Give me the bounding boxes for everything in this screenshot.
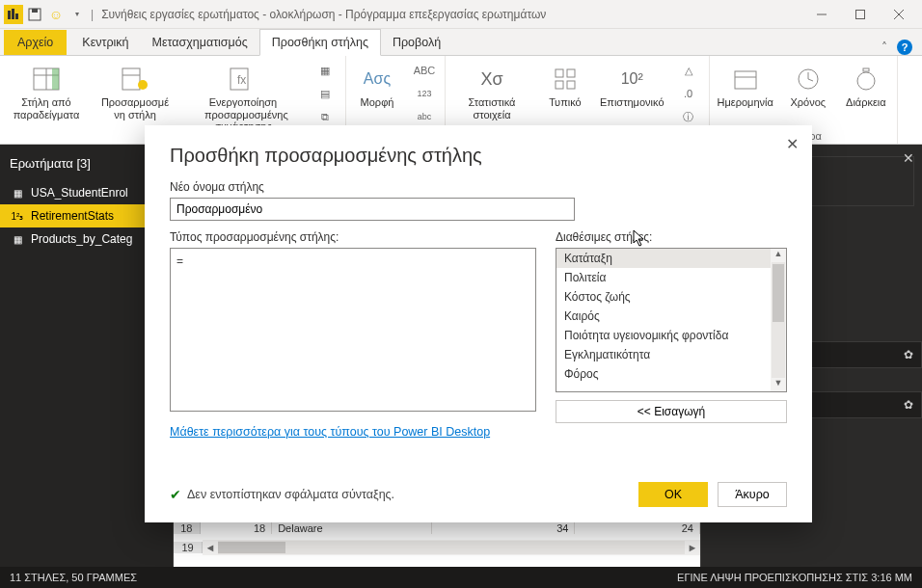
syntax-status: ✔ Δεν εντοπίστηκαν σφάλματα σύνταξης. [170,487,394,502]
list-item[interactable]: Πολιτεία [556,268,786,287]
queries-header: Ερωτήματα [3] [10,156,91,171]
table-icon: ▦ [10,233,25,245]
extract-icon[interactable]: 123 [414,83,435,104]
close-pane-icon[interactable]: ✕ [903,150,914,166]
svg-rect-6 [856,10,865,18]
custom-column-dialog: ✕ Προσθήκη προσαρμοσμένης στήλης Νέο όνο… [145,125,812,522]
scroll-track[interactable] [218,541,685,554]
numeric-icon: 1²₃ [10,210,25,222]
ok-button[interactable]: OK [638,482,708,507]
close-button[interactable] [880,1,918,28]
tab-view[interactable]: Προβολή [381,30,452,55]
quick-access-toolbar: ☺ ▾ | [27,7,94,22]
scroll-right-icon[interactable]: ► [685,542,700,553]
svg-rect-20 [556,81,563,89]
statusbar: 11 ΣΤΗΛΕΣ, 50 ΓΡΑΜΜΕΣ ΕΓΙΝΕ ΛΗΨΗ ΠΡΟΕΠΙΣ… [0,567,922,588]
list-item[interactable]: Κόστος ζωής [556,287,786,307]
calc-icon [550,64,581,94]
custom-column-icon [120,64,150,94]
available-columns-list[interactable]: Κατάταξη Πολιτεία Κόστος ζωής Καιρός Ποι… [556,248,787,392]
tab-home[interactable]: Κεντρική [70,30,140,55]
new-column-name-input[interactable] [170,198,575,221]
tab-file[interactable]: Αρχείο [4,30,67,55]
list-item[interactable]: Καιρός [556,307,786,326]
svg-line-26 [808,79,813,81]
scroll-left-icon[interactable]: ◄ [203,542,218,553]
custom-column-button[interactable]: Προσαρμοσμέ νη στήλη [96,60,174,120]
calendar-icon [730,64,761,94]
date-button[interactable]: Ημερομηνία [718,60,773,109]
sigma-icon: Xσ [476,64,507,94]
svg-text:fx: fx [237,73,246,87]
statistics-button[interactable]: Xσ Στατιστικά στοιχεία [453,60,530,120]
ribbon-tabs: Αρχείο Κεντρική Μετασχηματισμός Προσθήκη… [0,29,922,56]
standard-button[interactable]: Τυπικό [542,60,588,109]
trig-icon[interactable]: △ [678,60,699,81]
scroll-thumb[interactable] [218,542,285,553]
gear-icon[interactable]: ✿ [904,398,913,412]
qat-dropdown-icon[interactable]: ▾ [69,7,85,22]
new-column-name-label: Νέο όνομα στήλης [170,180,787,194]
svg-rect-1 [12,9,14,19]
minimize-button[interactable] [802,1,841,28]
save-icon[interactable] [27,7,42,22]
list-item[interactable]: Εγκληματικότητα [556,345,786,364]
clock-icon [793,64,824,94]
svg-rect-0 [8,11,11,19]
conditional-column-icon[interactable]: ▦ [314,60,336,81]
format-icon: Aσς [362,64,393,94]
maximize-button[interactable] [841,1,880,28]
svg-rect-22 [735,71,756,89]
svg-point-27 [857,72,875,90]
svg-rect-18 [556,69,563,77]
svg-rect-4 [32,9,38,13]
cancel-button[interactable]: Άκυρο [718,482,787,507]
learn-more-link[interactable]: Μάθετε περισσότερα για τους τύπους του P… [170,425,536,439]
available-columns-label: Διαθέσιμες στήλες: [556,230,787,244]
collapse-ribbon-icon[interactable]: ˄ [881,40,887,54]
format-button[interactable]: Aσς Μορφή [354,60,400,109]
table-strip: 18 18 Delaware 34 24 19 ◄ ► [174,519,700,567]
tab-transform[interactable]: Μετασχηματισμός [141,30,259,55]
status-right: ΕΓΙΝΕ ΛΗΨΗ ΠΡΟΕΠΙΣΚΟΠΗΣΗΣ ΣΤΙΣ 3:16 ΜΜ [677,572,912,583]
table-icon: ▦ [10,187,25,199]
stopwatch-icon [851,64,881,94]
merge-columns-icon[interactable]: ABC [414,60,435,81]
column-from-examples-button[interactable]: Στήλη από παραδείγματα [8,60,85,120]
table-row[interactable]: 19 ◄ ► [174,538,700,557]
scientific-button[interactable]: 10² Επιστημονικό [600,60,664,109]
invoke-custom-function-button[interactable]: fx Ενεργοποίηση προσαρμοσμένης συνάρτηση… [185,60,301,133]
horizontal-scrollbar[interactable]: ◄ ► [203,540,700,555]
status-left: 11 ΣΤΗΛΕΣ, 50 ΓΡΑΜΜΕΣ [10,572,137,583]
info-icon[interactable]: ⓘ [678,106,699,127]
tab-add-column[interactable]: Προσθήκη στήλης [259,29,381,56]
scroll-thumb[interactable] [773,264,784,322]
gear-icon[interactable]: ✿ [904,348,913,361]
list-item[interactable]: Κατάταξη [556,249,786,268]
checkmark-icon: ✔ [170,487,181,502]
scroll-up-icon[interactable]: ▲ [774,249,783,262]
vertical-scrollbar[interactable]: ▲ ▼ [771,249,786,391]
function-icon: fx [228,64,258,94]
list-item[interactable]: Φόρος [556,364,786,384]
smiley-icon[interactable]: ☺ [48,7,64,22]
rounding-icon[interactable]: .0 [678,83,699,104]
dialog-title: Προσθήκη προσαρμοσμένης στήλης [170,145,787,167]
svg-rect-12 [52,68,59,90]
time-button[interactable]: Χρόνος [785,60,831,109]
table-icon [31,64,62,94]
list-item[interactable]: Ποιότητα υγειονομικής φροντίδα [556,326,786,345]
duplicate-column-icon[interactable]: ⧉ [314,106,336,127]
index-column-icon[interactable]: ▤ [314,83,336,104]
close-icon[interactable]: ✕ [786,135,799,153]
scroll-down-icon[interactable]: ▼ [774,378,783,391]
help-icon[interactable]: ? [897,40,912,55]
separator: | [91,8,94,21]
app-icon [4,5,23,24]
svg-rect-19 [567,69,575,77]
svg-point-15 [138,80,148,90]
insert-button[interactable]: << Εισαγωγή [556,400,787,423]
parse-icon[interactable]: abc [414,106,435,127]
formula-input[interactable]: = [170,248,536,412]
duration-button[interactable]: Διάρκεια [843,60,889,109]
